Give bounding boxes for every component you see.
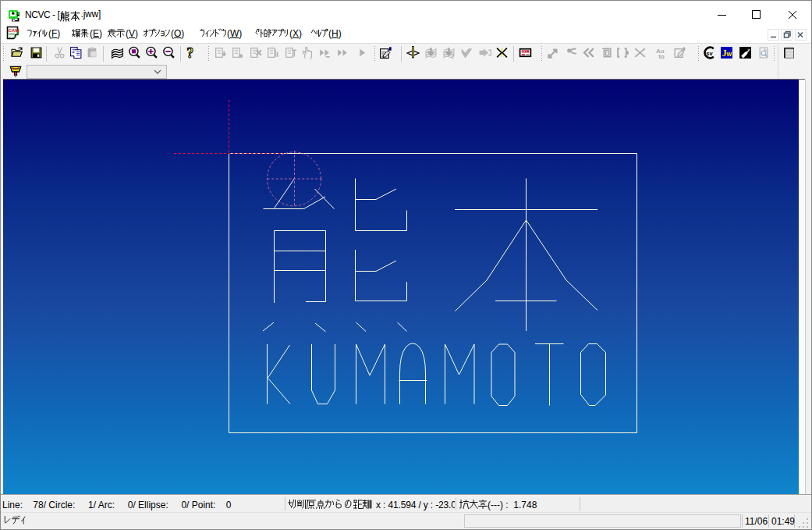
svg-text:w: w (726, 50, 732, 58)
svg-text:to: to (658, 53, 665, 59)
svg-text:?: ? (186, 46, 193, 59)
svg-text:sv: sv (706, 50, 713, 57)
svg-text:2: 2 (451, 54, 454, 59)
svg-text:CAM: CAM (9, 28, 20, 33)
